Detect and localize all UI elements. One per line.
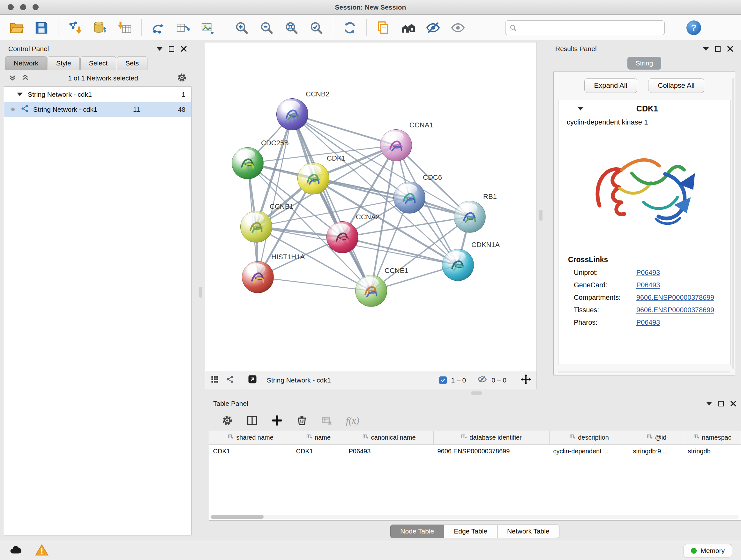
memory-button[interactable]: Memory: [684, 544, 732, 557]
panel-close-icon[interactable]: [181, 46, 187, 52]
table-row[interactable]: CDK1CDK1P064939606.ENSP00000378699cyclin…: [209, 444, 741, 458]
network-node-ccna1[interactable]: [380, 129, 412, 161]
help-icon[interactable]: ?: [686, 20, 701, 35]
column-header-name[interactable]: name: [292, 431, 345, 444]
table-cell[interactable]: CDK1: [209, 444, 292, 458]
column-header--id[interactable]: @id: [629, 431, 684, 444]
hide-unhide-icon[interactable]: [425, 19, 441, 36]
network-node-cdc25b[interactable]: [232, 147, 264, 179]
warning-icon[interactable]: [35, 543, 49, 558]
right-splitter-grip[interactable]: [539, 210, 542, 221]
network-node-ccnb1[interactable]: [240, 211, 272, 243]
panel-float-icon[interactable]: [706, 402, 712, 406]
results-hscrollbar[interactable]: [558, 371, 731, 373]
select-columns-icon[interactable]: [246, 415, 258, 426]
tab-style[interactable]: Style: [48, 56, 80, 70]
import-network-file-icon[interactable]: [67, 19, 83, 36]
panel-close-icon[interactable]: [727, 46, 733, 52]
column-header-shared-name[interactable]: shared name: [209, 431, 292, 444]
bottom-splitter-grip[interactable]: [471, 391, 482, 395]
panel-float-icon[interactable]: [157, 47, 162, 51]
network-share-icon[interactable]: [226, 375, 234, 385]
network-edge[interactable]: [292, 114, 371, 291]
network-node-ccnb2[interactable]: [276, 98, 308, 130]
node-table[interactable]: shared namenamecanonical namedatabase id…: [209, 431, 741, 458]
refresh-icon[interactable]: [341, 19, 358, 36]
tab-edge-table[interactable]: Edge Table: [444, 524, 497, 538]
crosslink-link[interactable]: P06493: [636, 281, 660, 289]
zoom-out-icon[interactable]: [258, 19, 275, 36]
table-cell[interactable]: stringdb:9...: [629, 444, 684, 458]
panel-maximize-icon[interactable]: [169, 46, 174, 52]
tab-network[interactable]: Network: [5, 56, 47, 70]
collapse-all-button[interactable]: Collapse All: [648, 78, 704, 93]
hidden-eye-icon[interactable]: [477, 374, 487, 386]
tree-caret-icon[interactable]: [17, 92, 23, 96]
expand-all-tree-icon[interactable]: [21, 73, 29, 83]
column-header-description[interactable]: description: [549, 431, 629, 444]
panel-maximize-icon[interactable]: [718, 401, 724, 407]
zoom-fit-icon[interactable]: [283, 19, 300, 36]
birdseye-grid-icon[interactable]: [210, 375, 219, 385]
tab-network-table[interactable]: Network Table: [497, 524, 559, 538]
save-session-icon[interactable]: [33, 19, 50, 36]
home-icon[interactable]: [400, 19, 416, 36]
search-input[interactable]: [505, 20, 665, 35]
column-header-canonical-name[interactable]: canonical name: [345, 431, 434, 444]
clear-table-icon[interactable]: [321, 415, 333, 426]
network-from-table-icon[interactable]: [175, 19, 192, 36]
table-gear-icon[interactable]: [221, 415, 233, 426]
tab-sets[interactable]: Sets: [117, 56, 147, 70]
crosslink-link[interactable]: P06493: [636, 269, 660, 277]
network-node-cdk1[interactable]: [297, 163, 329, 194]
section-collapse-icon[interactable]: [578, 107, 583, 111]
table-cell[interactable]: stringdb: [684, 444, 741, 458]
tab-select[interactable]: Select: [80, 56, 116, 70]
network-node-cdc6[interactable]: [394, 182, 425, 213]
table-cell[interactable]: P06493: [345, 444, 434, 458]
network-node-cdkn1a[interactable]: [442, 249, 474, 281]
crosslink-link[interactable]: 9606.ENSP00000378699: [636, 306, 714, 314]
panel-float-icon[interactable]: [703, 47, 709, 51]
tab-node-table[interactable]: Node Table: [390, 524, 444, 538]
import-table-icon[interactable]: [117, 19, 133, 36]
results-vscrollbar[interactable]: [732, 78, 734, 369]
column-header-database-identifier[interactable]: database identifier: [434, 431, 549, 444]
open-in-window-icon[interactable]: [248, 374, 257, 386]
open-session-icon[interactable]: [8, 19, 25, 36]
collapse-all-tree-icon[interactable]: [8, 73, 17, 83]
tab-string[interactable]: String: [627, 57, 662, 70]
network-collection-row[interactable]: String Network - cdk1 1: [4, 87, 191, 102]
table-cell[interactable]: 9606.ENSP00000378699: [434, 444, 549, 458]
show-eye-icon[interactable]: [450, 19, 466, 36]
table-hscrollbar-thumb[interactable]: [211, 515, 264, 519]
expand-all-button[interactable]: Expand All: [584, 78, 637, 93]
crosslink-link[interactable]: P06493: [636, 319, 660, 327]
network-row-selected[interactable]: String Network - cdk1 11 48: [4, 102, 191, 117]
add-column-icon[interactable]: [271, 415, 283, 426]
table-cell[interactable]: CDK1: [292, 444, 345, 458]
copy-document-icon[interactable]: [375, 19, 392, 36]
network-node-hist1h1a[interactable]: [242, 261, 274, 293]
left-splitter-grip[interactable]: [199, 287, 202, 298]
network-node-ccna2[interactable]: [327, 221, 358, 253]
zoom-in-icon[interactable]: [233, 19, 250, 36]
new-network-icon[interactable]: [150, 19, 166, 36]
delete-column-icon[interactable]: [296, 415, 308, 426]
import-network-database-icon[interactable]: [91, 19, 108, 36]
network-node-rb1[interactable]: [454, 201, 486, 233]
crosslink-link[interactable]: 9606.ENSP00000378699: [636, 294, 714, 302]
gear-icon[interactable]: [177, 72, 187, 84]
export-image-icon[interactable]: [200, 19, 216, 36]
function-builder-icon[interactable]: f(x): [346, 415, 359, 426]
panel-close-icon[interactable]: [730, 400, 737, 407]
panel-maximize-icon[interactable]: [715, 46, 721, 52]
network-node-ccne1[interactable]: [355, 275, 387, 307]
table-hscrollbar[interactable]: [210, 515, 739, 519]
selected-checkbox-icon[interactable]: [439, 376, 447, 384]
column-header-namespac[interactable]: namespac: [684, 431, 741, 444]
table-cell[interactable]: cyclin-dependent ...: [549, 444, 629, 458]
cloud-icon[interactable]: [9, 543, 22, 558]
zoom-selected-icon[interactable]: [308, 19, 325, 36]
pan-crosshair-icon[interactable]: [521, 374, 531, 386]
